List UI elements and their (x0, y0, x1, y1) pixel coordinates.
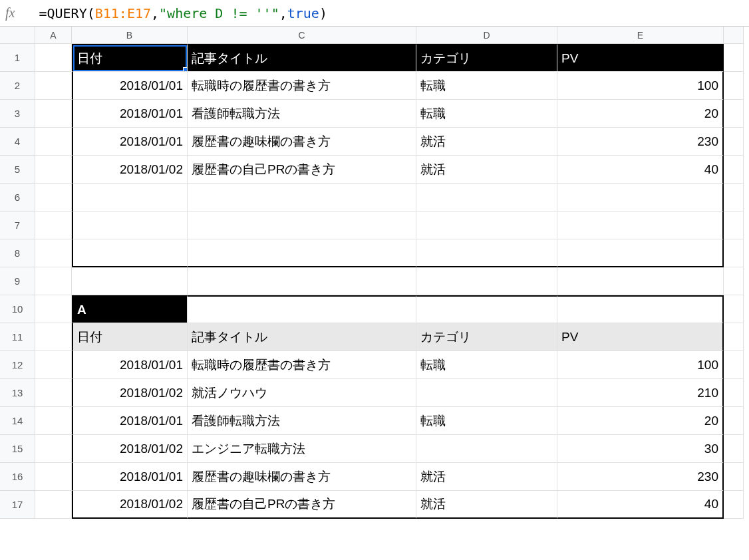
cell-D9[interactable] (416, 267, 557, 295)
row-header-2[interactable]: 2 (0, 72, 35, 100)
cell-C7[interactable] (188, 211, 416, 239)
cell-E14[interactable]: 20 (557, 407, 724, 435)
cell-D5[interactable]: 就活 (416, 156, 557, 184)
cell-B2[interactable]: 2018/01/01 (72, 72, 188, 100)
cell-C17[interactable]: 履歴書の自己PRの書き方 (188, 491, 416, 519)
cell-A15[interactable] (35, 435, 72, 463)
cell-C3[interactable]: 看護師転職方法 (188, 100, 416, 128)
row-header-9[interactable]: 9 (0, 267, 35, 295)
cell-D11[interactable]: カテゴリ (416, 323, 557, 351)
row-header-16[interactable]: 16 (0, 463, 35, 491)
cell-C10[interactable] (188, 295, 416, 323)
cell-C5[interactable]: 履歴書の自己PRの書き方 (188, 156, 416, 184)
cell-A11[interactable] (35, 323, 72, 351)
cell-A3[interactable] (35, 100, 72, 128)
cell-F8[interactable] (724, 239, 744, 267)
cell-C12[interactable]: 転職時の履歴書の書き方 (188, 351, 416, 379)
cell-F14[interactable] (724, 407, 744, 435)
row-header-11[interactable]: 11 (0, 323, 35, 351)
cell-B6[interactable] (72, 184, 188, 211)
cell-C8[interactable] (188, 239, 416, 267)
cell-A9[interactable] (35, 267, 72, 295)
cell-E12[interactable]: 100 (557, 351, 724, 379)
cell-A12[interactable] (35, 351, 72, 379)
col-header-blank[interactable] (724, 27, 744, 44)
cell-C13[interactable]: 就活ノウハウ (188, 379, 416, 407)
cell-B17[interactable]: 2018/01/02 (72, 491, 188, 519)
cell-B5[interactable]: 2018/01/02 (72, 156, 188, 184)
cell-B1[interactable]: 日付 (72, 44, 188, 72)
cell-E11[interactable]: PV (557, 323, 724, 351)
cell-E8[interactable] (557, 239, 724, 267)
cell-E3[interactable]: 20 (557, 100, 724, 128)
row-header-4[interactable]: 4 (0, 128, 35, 156)
cell-F2[interactable] (724, 72, 744, 100)
cell-E17[interactable]: 40 (557, 491, 724, 519)
row-header-5[interactable]: 5 (0, 156, 35, 184)
cell-F11[interactable] (724, 323, 744, 351)
cell-F9[interactable] (724, 267, 744, 295)
cell-F5[interactable] (724, 156, 744, 184)
cell-E15[interactable]: 30 (557, 435, 724, 463)
cell-A13[interactable] (35, 379, 72, 407)
cell-D1[interactable]: カテゴリ (416, 44, 557, 72)
cell-E5[interactable]: 40 (557, 156, 724, 184)
cell-A17[interactable] (35, 491, 72, 519)
cell-B8[interactable] (72, 239, 188, 267)
cell-C11[interactable]: 記事タイトル (188, 323, 416, 351)
formula-input[interactable]: =QUERY(B11:E17,"where D != ''",true) (39, 5, 744, 21)
cell-D16[interactable]: 就活 (416, 463, 557, 491)
col-header-a[interactable]: A (35, 27, 72, 44)
cell-B10[interactable]: A (72, 295, 188, 323)
cell-D8[interactable] (416, 239, 557, 267)
cell-E10[interactable] (557, 295, 724, 323)
cell-F1[interactable] (724, 44, 744, 72)
row-header-10[interactable]: 10 (0, 295, 35, 323)
cell-A10[interactable] (35, 295, 72, 323)
cell-B16[interactable]: 2018/01/01 (72, 463, 188, 491)
cell-A5[interactable] (35, 156, 72, 184)
row-header-3[interactable]: 3 (0, 100, 35, 128)
cell-E7[interactable] (557, 211, 724, 239)
row-header-12[interactable]: 12 (0, 351, 35, 379)
cell-B3[interactable]: 2018/01/01 (72, 100, 188, 128)
cell-C9[interactable] (188, 267, 416, 295)
cell-E6[interactable] (557, 184, 724, 211)
cell-D15[interactable] (416, 435, 557, 463)
cell-A16[interactable] (35, 463, 72, 491)
row-header-14[interactable]: 14 (0, 407, 35, 435)
col-header-b[interactable]: B (72, 27, 188, 44)
cell-A7[interactable] (35, 211, 72, 239)
col-header-e[interactable]: E (557, 27, 724, 44)
cell-D7[interactable] (416, 211, 557, 239)
col-header-c[interactable]: C (188, 27, 416, 44)
cell-E2[interactable]: 100 (557, 72, 724, 100)
cell-F3[interactable] (724, 100, 744, 128)
row-header-6[interactable]: 6 (0, 184, 35, 211)
row-header-15[interactable]: 15 (0, 435, 35, 463)
row-header-1[interactable]: 1 (0, 44, 35, 72)
cell-C15[interactable]: エンジニア転職方法 (188, 435, 416, 463)
cell-F17[interactable] (724, 491, 744, 519)
cell-B11[interactable]: 日付 (72, 323, 188, 351)
row-header-17[interactable]: 17 (0, 491, 35, 519)
cell-E16[interactable]: 230 (557, 463, 724, 491)
cell-D6[interactable] (416, 184, 557, 211)
cell-A14[interactable] (35, 407, 72, 435)
row-header-7[interactable]: 7 (0, 211, 35, 239)
cell-B13[interactable]: 2018/01/02 (72, 379, 188, 407)
cell-D12[interactable]: 転職 (416, 351, 557, 379)
cell-F16[interactable] (724, 463, 744, 491)
row-header-13[interactable]: 13 (0, 379, 35, 407)
cell-C1[interactable]: 記事タイトル (188, 44, 416, 72)
col-header-d[interactable]: D (416, 27, 557, 44)
cell-B15[interactable]: 2018/01/02 (72, 435, 188, 463)
cell-E4[interactable]: 230 (557, 128, 724, 156)
cell-E9[interactable] (557, 267, 724, 295)
cell-A6[interactable] (35, 184, 72, 211)
cell-C6[interactable] (188, 184, 416, 211)
cell-F10[interactable] (724, 295, 744, 323)
cell-C4[interactable]: 履歴書の趣味欄の書き方 (188, 128, 416, 156)
cell-D13[interactable] (416, 379, 557, 407)
cell-B4[interactable]: 2018/01/01 (72, 128, 188, 156)
